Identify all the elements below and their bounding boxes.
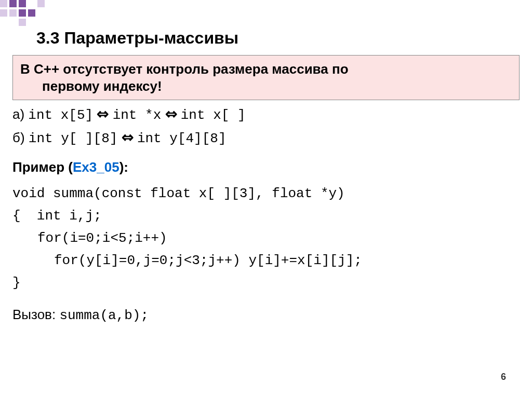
call-label: Вызов: [12,307,56,322]
item-b-part1: int y[ ][8] [29,131,118,146]
code-line-2-body: int i,j; [37,208,102,224]
example-name: Ex3_05 [73,159,119,175]
svg-rect-5 [9,9,17,17]
call-line: Вызов: summa(a,b); [12,307,520,323]
code-line-5: } [12,272,520,294]
code-block: void summa(const float x[ ][3], float *y… [12,183,520,294]
item-b-part2: int y[4][8] [137,131,227,146]
equiv-arrow-icon: ⇔ [165,104,177,124]
code-line-4: for(y[i]=0,j=0;j<3;j++) y[i]+=x[i][j]; [12,250,520,272]
svg-rect-0 [0,0,7,7]
code-line-1: void summa(const float x[ ][3], float *y… [12,183,520,205]
equiv-arrow-icon: ⇔ [122,128,134,147]
code-open-brace: { [12,208,21,224]
code-line-2: { int i,j; [12,205,520,227]
svg-rect-4 [0,9,7,17]
svg-rect-7 [28,9,35,17]
page-number: 6 [501,372,506,382]
item-a-part1: int x[5] [28,107,93,123]
item-a-label: а) [12,106,24,122]
example-heading-suffix: ): [119,159,128,175]
equiv-line-b: б) int y[ ][8] ⇔ int y[4][8] [12,128,520,148]
item-a-part2: int *x [113,107,162,123]
item-b-label: б) [12,130,25,145]
equiv-arrow-icon: ⇔ [97,104,109,124]
warning-banner: В С++ отсутствует контроль размера масси… [12,55,520,100]
banner-text: В С++ отсутствует контроль размера масси… [20,61,512,94]
svg-rect-2 [19,0,26,7]
svg-rect-6 [19,9,26,17]
banner-line2: первому индексу! [20,78,512,95]
slide-body: 3.3 Параметры-массивы В С++ отсутствует … [0,0,532,323]
equiv-line-a: а) int x[5] ⇔ int *x ⇔ int x[ ] [12,104,520,125]
item-a-part3: int x[ ] [181,107,246,123]
svg-rect-8 [19,19,26,26]
banner-line1: В С++ отсутствует контроль размера масси… [20,61,349,77]
call-expr: summa(a,b); [59,308,149,323]
svg-rect-1 [9,0,17,7]
code-line-3: for(i=0;i<5;i++) [12,227,520,250]
example-heading: Пример (Ex3_05): [12,159,520,175]
slide-title: 3.3 Параметры-массивы [36,29,520,48]
svg-rect-3 [37,0,45,7]
example-heading-prefix: Пример ( [12,159,73,175]
corner-decoration [0,0,104,29]
